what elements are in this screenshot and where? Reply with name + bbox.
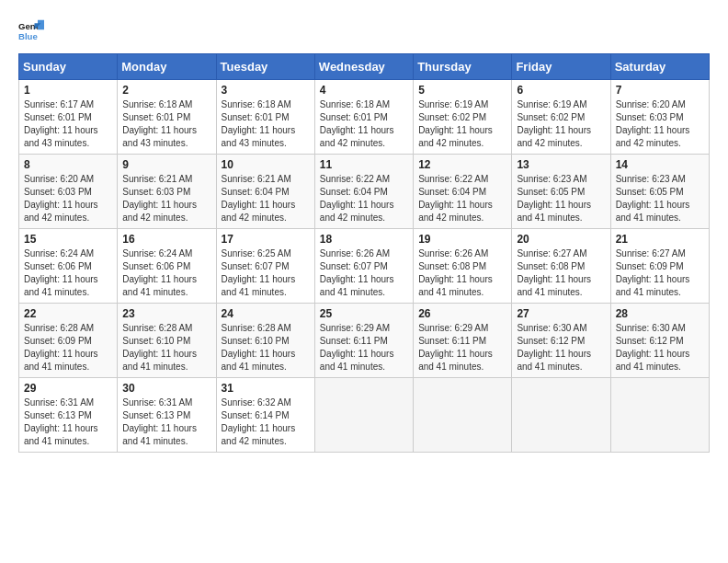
calendar-week-5: 29Sunrise: 6:31 AM Sunset: 6:13 PM Dayli… [19,378,710,453]
calendar-cell: 22Sunrise: 6:28 AM Sunset: 6:09 PM Dayli… [19,304,118,378]
calendar-cell [512,378,610,453]
calendar-cell: 16Sunrise: 6:24 AM Sunset: 6:06 PM Dayli… [118,229,216,304]
day-info: Sunrise: 6:18 AM Sunset: 6:01 PM Dayligh… [320,98,408,150]
day-number: 7 [616,84,704,97]
calendar-header-wednesday: Wednesday [314,54,413,80]
calendar-cell: 9Sunrise: 6:21 AM Sunset: 6:03 PM Daylig… [118,155,216,229]
calendar-cell: 24Sunrise: 6:28 AM Sunset: 6:10 PM Dayli… [216,304,314,378]
day-info: Sunrise: 6:29 AM Sunset: 6:11 PM Dayligh… [320,322,408,373]
day-info: Sunrise: 6:19 AM Sunset: 6:02 PM Dayligh… [418,98,506,150]
calendar-cell: 27Sunrise: 6:30 AM Sunset: 6:12 PM Dayli… [512,304,610,378]
day-number: 18 [320,233,408,246]
day-number: 8 [24,158,112,171]
day-number: 1 [24,84,112,97]
calendar-header-friday: Friday [512,54,610,80]
day-info: Sunrise: 6:31 AM Sunset: 6:13 PM Dayligh… [122,396,210,448]
calendar-cell: 14Sunrise: 6:23 AM Sunset: 6:05 PM Dayli… [610,155,709,229]
day-number: 14 [616,158,704,171]
calendar-cell: 26Sunrise: 6:29 AM Sunset: 6:11 PM Dayli… [414,304,512,378]
page-header: General Blue [18,18,710,44]
svg-text:Blue: Blue [18,31,38,41]
logo-icon: General Blue [18,18,44,44]
calendar-cell: 8Sunrise: 6:20 AM Sunset: 6:03 PM Daylig… [19,155,118,229]
day-number: 10 [222,158,310,171]
day-number: 20 [517,233,605,246]
calendar-header-row: SundayMondayTuesdayWednesdayThursdayFrid… [19,54,710,80]
logo: General Blue [18,18,48,44]
day-number: 17 [222,233,310,246]
day-info: Sunrise: 6:20 AM Sunset: 6:03 PM Dayligh… [616,98,704,150]
calendar-cell: 5Sunrise: 6:19 AM Sunset: 6:02 PM Daylig… [414,80,512,155]
calendar-week-4: 22Sunrise: 6:28 AM Sunset: 6:09 PM Dayli… [19,304,710,378]
day-info: Sunrise: 6:32 AM Sunset: 6:14 PM Dayligh… [222,396,310,448]
day-info: Sunrise: 6:28 AM Sunset: 6:10 PM Dayligh… [222,322,310,373]
day-info: Sunrise: 6:30 AM Sunset: 6:12 PM Dayligh… [616,322,704,373]
day-number: 4 [320,84,408,97]
calendar-cell: 30Sunrise: 6:31 AM Sunset: 6:13 PM Dayli… [118,378,216,453]
day-info: Sunrise: 6:17 AM Sunset: 6:01 PM Dayligh… [24,98,112,150]
calendar-cell: 18Sunrise: 6:26 AM Sunset: 6:07 PM Dayli… [314,229,413,304]
day-number: 19 [418,233,506,246]
day-number: 30 [122,382,210,395]
day-info: Sunrise: 6:18 AM Sunset: 6:01 PM Dayligh… [222,98,310,150]
calendar-cell: 19Sunrise: 6:26 AM Sunset: 6:08 PM Dayli… [414,229,512,304]
calendar-cell: 2Sunrise: 6:18 AM Sunset: 6:01 PM Daylig… [118,80,216,155]
day-number: 29 [24,382,112,395]
day-info: Sunrise: 6:29 AM Sunset: 6:11 PM Dayligh… [418,322,506,373]
calendar-table: SundayMondayTuesdayWednesdayThursdayFrid… [18,53,710,453]
day-number: 28 [616,307,704,320]
day-info: Sunrise: 6:24 AM Sunset: 6:06 PM Dayligh… [122,247,210,299]
calendar-cell: 31Sunrise: 6:32 AM Sunset: 6:14 PM Dayli… [216,378,314,453]
day-number: 11 [320,158,408,171]
calendar-cell: 7Sunrise: 6:20 AM Sunset: 6:03 PM Daylig… [610,80,709,155]
calendar-cell: 4Sunrise: 6:18 AM Sunset: 6:01 PM Daylig… [314,80,413,155]
day-info: Sunrise: 6:22 AM Sunset: 6:04 PM Dayligh… [320,173,408,224]
calendar-cell: 12Sunrise: 6:22 AM Sunset: 6:04 PM Dayli… [414,155,512,229]
calendar-cell: 13Sunrise: 6:23 AM Sunset: 6:05 PM Dayli… [512,155,610,229]
calendar-cell: 17Sunrise: 6:25 AM Sunset: 6:07 PM Dayli… [216,229,314,304]
day-number: 26 [418,307,506,320]
calendar-cell [314,378,413,453]
day-number: 5 [418,84,506,97]
calendar-cell: 11Sunrise: 6:22 AM Sunset: 6:04 PM Dayli… [314,155,413,229]
day-info: Sunrise: 6:18 AM Sunset: 6:01 PM Dayligh… [122,98,210,150]
day-info: Sunrise: 6:27 AM Sunset: 6:08 PM Dayligh… [517,247,605,299]
day-number: 15 [24,233,112,246]
day-info: Sunrise: 6:26 AM Sunset: 6:07 PM Dayligh… [320,247,408,299]
day-info: Sunrise: 6:21 AM Sunset: 6:04 PM Dayligh… [222,173,310,224]
day-number: 25 [320,307,408,320]
calendar-cell: 15Sunrise: 6:24 AM Sunset: 6:06 PM Dayli… [19,229,118,304]
calendar-header-sunday: Sunday [19,54,118,80]
day-info: Sunrise: 6:21 AM Sunset: 6:03 PM Dayligh… [122,173,210,224]
day-number: 31 [222,382,310,395]
calendar-cell: 21Sunrise: 6:27 AM Sunset: 6:09 PM Dayli… [610,229,709,304]
day-info: Sunrise: 6:23 AM Sunset: 6:05 PM Dayligh… [616,173,704,224]
day-number: 16 [122,233,210,246]
calendar-cell: 25Sunrise: 6:29 AM Sunset: 6:11 PM Dayli… [314,304,413,378]
day-info: Sunrise: 6:24 AM Sunset: 6:06 PM Dayligh… [24,247,112,299]
day-number: 12 [418,158,506,171]
calendar-header-thursday: Thursday [414,54,512,80]
day-info: Sunrise: 6:28 AM Sunset: 6:09 PM Dayligh… [24,322,112,373]
day-info: Sunrise: 6:31 AM Sunset: 6:13 PM Dayligh… [24,396,112,448]
calendar-cell [610,378,709,453]
day-number: 6 [517,84,605,97]
day-info: Sunrise: 6:27 AM Sunset: 6:09 PM Dayligh… [616,247,704,299]
calendar-cell [414,378,512,453]
calendar-week-3: 15Sunrise: 6:24 AM Sunset: 6:06 PM Dayli… [19,229,710,304]
day-number: 13 [517,158,605,171]
calendar-cell: 29Sunrise: 6:31 AM Sunset: 6:13 PM Dayli… [19,378,118,453]
calendar-week-2: 8Sunrise: 6:20 AM Sunset: 6:03 PM Daylig… [19,155,710,229]
day-number: 9 [122,158,210,171]
day-info: Sunrise: 6:26 AM Sunset: 6:08 PM Dayligh… [418,247,506,299]
day-info: Sunrise: 6:25 AM Sunset: 6:07 PM Dayligh… [222,247,310,299]
calendar-cell: 6Sunrise: 6:19 AM Sunset: 6:02 PM Daylig… [512,80,610,155]
day-number: 3 [222,84,310,97]
day-number: 21 [616,233,704,246]
day-info: Sunrise: 6:20 AM Sunset: 6:03 PM Dayligh… [24,173,112,224]
day-number: 27 [517,307,605,320]
calendar-cell: 23Sunrise: 6:28 AM Sunset: 6:10 PM Dayli… [118,304,216,378]
calendar-cell: 3Sunrise: 6:18 AM Sunset: 6:01 PM Daylig… [216,80,314,155]
day-number: 22 [24,307,112,320]
calendar-cell: 10Sunrise: 6:21 AM Sunset: 6:04 PM Dayli… [216,155,314,229]
